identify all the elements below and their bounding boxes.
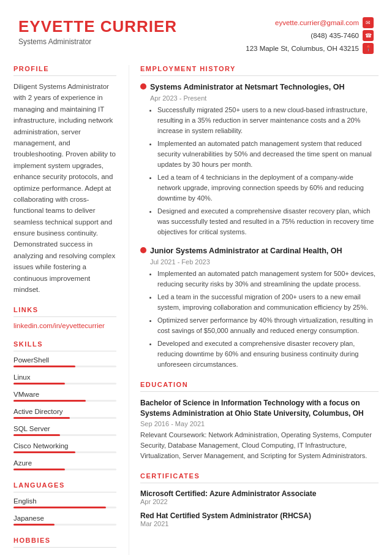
job-entry: Junior Systems Administrator at Cardinal…: [140, 246, 379, 370]
job-bullet: Designed and executed a comprehensive di…: [157, 206, 379, 237]
right-column: EMPLOYMENT HISTORY Systems Administrator…: [129, 65, 392, 555]
employment-section: EMPLOYMENT HISTORY Systems Administrator…: [140, 65, 379, 370]
language-bar-bg: [13, 524, 116, 526]
language-item: English: [13, 497, 116, 508]
header-right: eyvette.currier@gmail.com ✉ (848) 435-74…: [246, 17, 374, 54]
job-bullet: Implemented an automated patch managemen…: [157, 139, 379, 170]
education-section: EDUCATION Bachelor of Science in Informa…: [140, 381, 379, 461]
links-title: LINKS: [13, 306, 116, 317]
employment-title: EMPLOYMENT HISTORY: [140, 65, 379, 76]
skill-item: PowerShell: [13, 356, 116, 367]
certificates-title: CERTIFICATES: [140, 472, 379, 483]
hobbies-title: HOBBIES: [13, 537, 116, 548]
education-title: EDUCATION: [140, 381, 379, 392]
linkedin-link[interactable]: linkedin.com/in/eyvettecurrier: [13, 322, 116, 329]
skill-bar-fill: [13, 451, 75, 453]
phone-row: (848) 435-7460 ☎: [246, 30, 374, 41]
skill-item: Cisco Networking: [13, 442, 116, 453]
languages-title: LANGUAGES: [13, 481, 116, 492]
candidate-title: Systems Administrator: [18, 37, 177, 46]
location-icon: 📍: [363, 43, 374, 54]
header-left: EYVETTE CURRIER Systems Administrator: [18, 17, 177, 46]
languages-section: LANGUAGES English Japanese: [13, 481, 116, 526]
skill-item: Active Directory: [13, 408, 116, 419]
skill-bar-fill: [13, 469, 65, 470]
skill-name: Azure: [13, 459, 116, 467]
links-section: LINKS linkedin.com/in/eyvettecurrier: [13, 306, 116, 329]
skill-bar-fill: [13, 383, 65, 385]
main-content: PROFILE Diligent Systems Administrator w…: [0, 65, 392, 555]
job-bullet: Developed and executed a comprehensive d…: [157, 339, 379, 370]
job-entry: Systems Administrator at Netsmart Techno…: [140, 82, 379, 237]
language-bar-fill: [13, 524, 55, 526]
phone-icon: ☎: [363, 30, 374, 41]
job-dates: Jul 2021 - Feb 2023: [150, 258, 379, 266]
job-bullet: Led a team in the successful migration o…: [157, 292, 379, 313]
job-bullet: Successfully migrated 250+ users to a ne…: [157, 105, 379, 136]
skill-item: Linux: [13, 373, 116, 385]
edu-coursework: Relevant Coursework: Network Administrat…: [140, 430, 379, 461]
cert-entry: Microsoft Certified: Azure Administrator…: [140, 489, 379, 505]
certs-list: Microsoft Certified: Azure Administrator…: [140, 489, 379, 527]
address-row: 123 Maple St, Columbus, OH 43215 📍: [246, 43, 374, 54]
cert-name: Microsoft Certified: Azure Administrator…: [140, 489, 379, 498]
job-bullets: Implemented an automated patch managemen…: [150, 269, 379, 370]
candidate-name: EYVETTE CURRIER: [18, 17, 177, 36]
job-bullet: Optimized server performance by 40% thro…: [157, 315, 379, 336]
skill-name: Cisco Networking: [13, 442, 116, 450]
skills-section: SKILLS PowerShell Linux VMware Active Di…: [13, 340, 116, 470]
phone-text: (848) 435-7460: [311, 32, 359, 39]
skill-name: VMware: [13, 391, 116, 398]
profile-text: Diligent Systems Administrator with 2 ye…: [13, 81, 116, 295]
language-name: Japanese: [13, 515, 116, 522]
email-icon: ✉: [363, 17, 374, 28]
skill-name: SQL Server: [13, 425, 116, 432]
edu-dates: Sep 2016 - May 2021: [140, 420, 379, 427]
skill-bar-bg: [13, 400, 116, 402]
skill-name: Linux: [13, 373, 116, 381]
skill-bar-bg: [13, 366, 116, 367]
language-name: English: [13, 497, 116, 505]
email-link[interactable]: eyvette.currier@gmail.com: [275, 19, 359, 26]
job-title: Junior Systems Administrator at Cardinal…: [150, 246, 342, 257]
email-row: eyvette.currier@gmail.com ✉: [246, 17, 374, 28]
skill-item: SQL Server: [13, 425, 116, 436]
skill-name: Active Directory: [13, 408, 116, 415]
skill-bar-bg: [13, 417, 116, 419]
languages-list: English Japanese: [13, 497, 116, 526]
skill-bar-fill: [13, 417, 70, 419]
skill-bar-fill: [13, 434, 60, 436]
skill-bar-bg: [13, 469, 116, 470]
job-dates: Apr 2023 - Present: [150, 94, 379, 102]
profile-title: PROFILE: [13, 65, 116, 76]
header: EYVETTE CURRIER Systems Administrator ey…: [0, 0, 392, 65]
job-title-row: Junior Systems Administrator at Cardinal…: [140, 246, 379, 257]
cert-name: Red Hat Certified System Administrator (…: [140, 511, 379, 520]
language-item: Japanese: [13, 515, 116, 526]
skill-item: VMware: [13, 391, 116, 402]
skill-name: PowerShell: [13, 356, 116, 364]
address-text: 123 Maple St, Columbus, OH 43215: [246, 45, 359, 52]
skills-list: PowerShell Linux VMware Active Directory…: [13, 356, 116, 470]
skill-bar-fill: [13, 366, 75, 367]
job-dot: [140, 83, 146, 90]
skill-item: Azure: [13, 459, 116, 470]
jobs-list: Systems Administrator at Netsmart Techno…: [140, 82, 379, 370]
edu-degree: Bachelor of Science in Information Techn…: [140, 398, 379, 419]
profile-section: PROFILE Diligent Systems Administrator w…: [13, 65, 116, 295]
skills-title: SKILLS: [13, 340, 116, 351]
language-bar-bg: [13, 507, 116, 508]
skill-bar-bg: [13, 451, 116, 453]
cert-date: Apr 2022: [140, 498, 379, 505]
job-title: Systems Administrator at Netsmart Techno…: [150, 82, 344, 93]
skill-bar-fill: [13, 400, 86, 402]
hobbies-section: HOBBIES: [13, 537, 116, 548]
job-bullet: Implemented an automated patch managemen…: [157, 269, 379, 289]
skill-bar-bg: [13, 383, 116, 385]
cert-entry: Red Hat Certified System Administrator (…: [140, 511, 379, 527]
job-dot: [140, 247, 146, 253]
left-column: PROFILE Diligent Systems Administrator w…: [0, 65, 129, 555]
job-bullet: Led a team of 4 technicians in the deplo…: [157, 172, 379, 204]
certificates-section: CERTIFICATES Microsoft Certified: Azure …: [140, 472, 379, 527]
job-title-row: Systems Administrator at Netsmart Techno…: [140, 82, 379, 93]
